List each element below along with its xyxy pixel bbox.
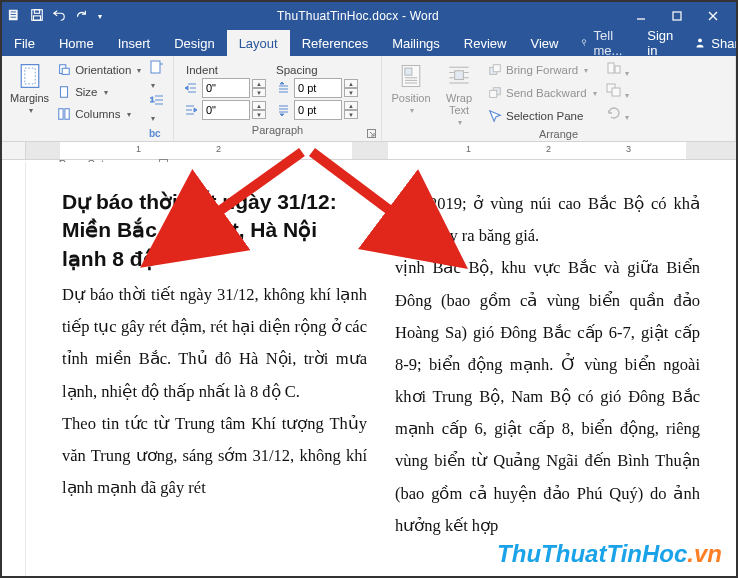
spacing-before-input[interactable] [294,78,342,98]
title-bar: ▾ ThuThuatTinHoc.docx - Word [2,2,736,30]
document-area: Dự báo thời tiết ngày 31/12: Miền Bắc mư… [2,162,736,576]
spin-down[interactable]: ▼ [252,88,266,97]
line-numbers-icon[interactable]: 1▾ [149,93,165,124]
svg-rect-5 [34,9,39,13]
indent-left-spinner[interactable]: ▲▼ [182,78,266,98]
svg-rect-17 [62,68,69,74]
paragraph: Dự báo thời tiết ngày 31/12, không khí l… [62,279,367,408]
sign-in-link[interactable]: Sign in [637,30,683,56]
group-label: Arrange [539,128,578,140]
chevron-down-icon: ▾ [29,106,33,115]
tab-layout[interactable]: Layout [227,30,290,56]
quick-access-toolbar: ▾ [8,8,102,25]
svg-rect-57 [608,63,614,73]
dialog-launcher-icon[interactable] [365,127,377,139]
orientation-button[interactable]: Orientation▾ [55,60,143,80]
margins-label: Margins [10,92,49,104]
indent-left-icon [182,81,200,95]
spacing-after-input[interactable] [294,100,342,120]
ruler-number: 2 [216,144,221,154]
breaks-icon[interactable]: ▾ [149,60,165,91]
column-1: Dự báo thời tiết ngày 31/12: Miền Bắc mư… [62,188,367,566]
svg-rect-42 [405,68,412,75]
group-page-setup: Margins ▾ Orientation▾ Size▾ Columns▾ ▾ [2,56,174,141]
svg-rect-54 [493,65,500,72]
send-backward-label: Send Backward [506,87,587,99]
undo-icon[interactable] [52,8,66,25]
svg-rect-18 [61,87,68,98]
selection-pane-label: Selection Pane [506,110,583,122]
tab-review[interactable]: Review [452,30,519,56]
svg-rect-56 [490,90,497,97]
spin-up[interactable]: ▲ [252,101,266,110]
spin-down[interactable]: ▼ [344,110,358,119]
ruler-number: 1 [136,144,141,154]
send-backward-button[interactable]: Send Backward▾ [486,83,599,103]
svg-rect-3 [11,16,16,17]
tab-home[interactable]: Home [47,30,106,56]
svg-rect-60 [612,88,620,96]
horizontal-ruler[interactable]: 1 2 1 2 3 [26,142,736,159]
group-paragraph: Indent Spacing ▲▼ ▲▼ ▲▼ [174,56,382,141]
group-objects-icon[interactable]: ▾ [605,82,629,101]
spacing-after-icon [274,103,292,117]
watermark: ThuThuatTinHoc.vn [497,540,722,568]
ribbon-tabs: File Home Insert Design Layout Reference… [2,30,736,56]
bring-forward-button[interactable]: Bring Forward▾ [486,60,599,80]
spacing-before-spinner[interactable]: ▲▼ [274,78,358,98]
spin-up[interactable]: ▲ [344,101,358,110]
svg-point-12 [583,40,586,43]
share-button[interactable]: Share [683,30,738,56]
spacing-after-spinner[interactable]: ▲▼ [274,100,358,120]
selection-pane-button[interactable]: Selection Pane [486,106,599,126]
spin-down[interactable]: ▼ [344,88,358,97]
indent-left-input[interactable] [202,78,250,98]
watermark-part1: ThuThuatTinHoc [497,540,687,567]
tab-mailings[interactable]: Mailings [380,30,452,56]
maximize-button[interactable] [660,5,694,27]
tab-references[interactable]: References [290,30,380,56]
tab-file[interactable]: File [2,30,47,56]
columns-button[interactable]: Columns▾ [55,104,143,124]
align-icon[interactable]: ▾ [605,60,629,79]
tab-insert[interactable]: Insert [106,30,163,56]
indent-right-input[interactable] [202,100,250,120]
vertical-ruler[interactable] [2,162,26,576]
window-controls [624,5,730,27]
position-button[interactable]: Position▾ [390,60,432,127]
save-icon[interactable] [30,8,44,25]
spin-up[interactable]: ▲ [252,79,266,88]
close-button[interactable] [696,5,730,27]
minimize-button[interactable] [624,5,658,27]
redo-icon[interactable] [74,8,88,25]
wrap-text-button[interactable]: Wrap Text▾ [438,60,480,127]
group-arrange: Position▾ Wrap Text▾ Bring Forward▾ Send… [382,56,736,141]
indent-right-spinner[interactable]: ▲▼ [182,100,266,120]
size-label: Size [75,86,97,98]
svg-rect-6 [34,15,41,19]
svg-rect-20 [65,109,69,120]
group-label: Paragraph [252,124,303,136]
rotate-icon[interactable]: ▾ [605,104,629,123]
paragraph: Theo tin tức từ Trung tâm Khí tượng Thủy… [62,408,367,505]
word-app-icon [8,8,22,25]
svg-rect-1 [11,11,16,12]
page-content[interactable]: Dự báo thời tiết ngày 31/12: Miền Bắc mư… [26,162,736,576]
spin-up[interactable]: ▲ [344,79,358,88]
tell-me-search[interactable]: Tell me... [570,30,637,56]
tab-design[interactable]: Design [162,30,226,56]
tab-view[interactable]: View [518,30,570,56]
svg-rect-19 [59,109,63,120]
ruler-number: 1 [466,144,471,154]
spin-down[interactable]: ▼ [252,110,266,119]
size-button[interactable]: Size▾ [55,82,143,102]
share-label: Share [711,36,738,51]
ruler-number: 3 [626,144,631,154]
indent-right-icon [182,103,200,117]
svg-rect-21 [151,61,160,73]
orientation-label: Orientation [75,64,131,76]
svg-rect-2 [11,14,16,15]
ruler-row: 1 2 1 2 3 [2,142,736,160]
columns-label: Columns [75,108,120,120]
column-2: 4/01/2019; ở vùng núi cao Bắc Bộ có khả … [395,188,700,566]
